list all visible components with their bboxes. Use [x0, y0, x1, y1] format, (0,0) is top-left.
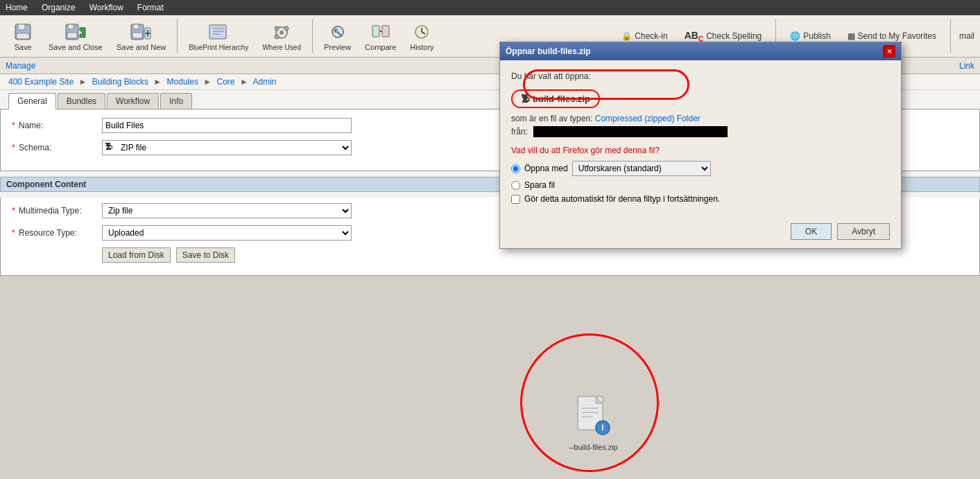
open-with-app-select[interactable]: Utforskaren (standard)	[572, 161, 711, 176]
toolbar-separator	[177, 19, 178, 53]
disk-buttons-row: Load from Disk Save to Disk	[102, 247, 968, 263]
file-icon-svg: i	[571, 393, 615, 437]
svg-point-21	[275, 35, 279, 39]
load-from-disk-button[interactable]: Load from Disk	[102, 247, 171, 263]
globe-icon: 🌐	[790, 31, 800, 41]
save-button[interactable]: Save	[6, 18, 40, 54]
dialog-filename: build-files.zip	[533, 94, 590, 104]
blueprint-icon	[207, 21, 230, 44]
name-input[interactable]	[102, 118, 352, 133]
menu-home[interactable]: Home	[6, 3, 28, 12]
svg-rect-26	[372, 26, 379, 37]
schema-required: *	[12, 143, 15, 153]
svg-marker-6	[80, 28, 85, 37]
resource-type-label: * Resource Type:	[12, 228, 102, 238]
file-icon-area: i --build-files.zip	[569, 393, 618, 451]
open-file-dialog: Öppnar build-files.zip ✕ Du har valt att…	[499, 42, 902, 249]
barcode-icon: ▦	[848, 31, 855, 41]
svg-rect-1	[18, 24, 25, 30]
multimedia-type-label: * Multimedia Type:	[12, 206, 102, 216]
tab-general[interactable]: General	[8, 93, 56, 110]
auto-checkbox-label: Gör detta automatiskt för denna filtyp i…	[524, 194, 720, 204]
svg-rect-13	[209, 25, 226, 39]
svg-rect-9	[132, 33, 142, 38]
open-with-label: Öppna med	[524, 164, 568, 173]
zip-icon: 🗜	[105, 142, 112, 150]
tab-bundles[interactable]: Bundles	[58, 93, 105, 109]
dialog-ok-button[interactable]: OK	[791, 223, 832, 240]
breadcrumb-sep-2: ►	[153, 77, 162, 87]
svg-rect-5	[67, 33, 77, 38]
resource-type-select[interactable]: Uploaded	[102, 225, 352, 241]
mail-text: mail	[959, 31, 974, 41]
schema-label: * Schema:	[12, 143, 102, 153]
menu-bar: Home Organize Workflow Format	[0, 0, 980, 15]
dialog-cancel-button[interactable]: Avbryt	[837, 223, 890, 240]
history-button[interactable]: History	[404, 18, 439, 54]
svg-point-20	[284, 26, 289, 31]
dialog-save-file-row: Spara fil	[511, 180, 890, 190]
breadcrumb-sep-1: ►	[78, 77, 87, 87]
name-required: *	[12, 121, 15, 130]
file-name-label: --build-files.zip	[569, 443, 618, 451]
svg-point-24	[334, 30, 336, 32]
zip-file-icon: 🗜	[521, 94, 530, 104]
svg-point-18	[280, 31, 284, 35]
dialog-close-button[interactable]: ✕	[883, 45, 895, 58]
dialog-from-row: från:	[511, 126, 890, 137]
breadcrumb-item-1[interactable]: 400 Example Site	[8, 77, 74, 87]
dialog-action-question: Vad vill du att Firefox gör med denna fi…	[511, 146, 890, 155]
filetype-link[interactable]: Compressed (zipped) Folder	[595, 114, 700, 123]
save-file-label: Spara fil	[524, 180, 555, 190]
where-used-button[interactable]: Where Used	[257, 19, 307, 54]
svg-text:i: i	[602, 423, 604, 433]
open-with-radio[interactable]	[511, 164, 520, 173]
dialog-from-label: från:	[511, 127, 528, 137]
auto-checkbox[interactable]	[511, 195, 520, 204]
spelling-icon: ABC	[685, 30, 703, 43]
tab-info[interactable]: Info	[160, 93, 192, 109]
dialog-from-value	[533, 126, 728, 137]
breadcrumb-item-3[interactable]: Modules	[167, 77, 198, 87]
menu-workflow[interactable]: Workflow	[89, 3, 123, 12]
subtab-manage[interactable]: Manage	[6, 61, 35, 71]
tab-workflow[interactable]: Workflow	[107, 93, 159, 109]
dialog-titlebar: Öppnar build-files.zip ✕	[500, 42, 901, 60]
breadcrumb-sep-3: ►	[203, 77, 212, 87]
multimedia-type-select[interactable]: Zip file	[102, 203, 352, 218]
menu-organize[interactable]: Organize	[42, 3, 76, 12]
dialog-footer: OK Avbryt	[500, 223, 901, 248]
dialog-filetype-text: som är en fil av typen: Compressed (zipp…	[511, 114, 890, 123]
history-icon	[411, 21, 433, 43]
svg-rect-2	[17, 33, 29, 39]
schema-select[interactable]: ZIP file	[102, 140, 352, 155]
preview-icon	[327, 21, 349, 43]
save-new-button[interactable]: Save and New	[111, 18, 172, 54]
menu-format[interactable]: Format	[137, 3, 164, 12]
dialog-auto-checkbox-row: Gör detta automatiskt för denna filtyp i…	[511, 194, 890, 204]
dialog-body: Du har valt att öppna: 🗜 build-files.zip…	[500, 60, 901, 223]
blueprint-button[interactable]: BluePrint Hierarchy	[183, 19, 254, 54]
toolbar-separator-2	[312, 19, 313, 53]
breadcrumb-item-4[interactable]: Core	[217, 77, 235, 87]
save-icon	[12, 21, 34, 43]
where-used-icon	[270, 21, 293, 44]
name-label: * Name:	[12, 121, 102, 130]
save-file-radio[interactable]	[511, 181, 520, 190]
save-close-icon	[65, 21, 87, 43]
compare-icon	[370, 21, 392, 43]
svg-rect-4	[68, 24, 74, 29]
save-to-disk-button[interactable]: Save to Disk	[176, 247, 235, 263]
lock-icon: 🔒	[621, 31, 632, 41]
svg-rect-27	[382, 26, 389, 37]
dialog-open-with-row: Öppna med Utforskaren (standard)	[511, 161, 890, 176]
toolbar-sep-right2	[950, 19, 951, 53]
breadcrumb-item-2[interactable]: Building Blocks	[92, 77, 148, 87]
breadcrumb-item-5[interactable]: Admin	[252, 77, 276, 87]
dialog-filename-highlight: 🗜 build-files.zip	[511, 89, 600, 108]
compare-button[interactable]: Compare	[359, 18, 402, 54]
preview-button[interactable]: Preview	[318, 18, 356, 54]
save-close-button[interactable]: Save and Close	[43, 18, 108, 54]
svg-point-19	[275, 26, 279, 31]
subtab-link[interactable]: Link	[959, 61, 974, 71]
